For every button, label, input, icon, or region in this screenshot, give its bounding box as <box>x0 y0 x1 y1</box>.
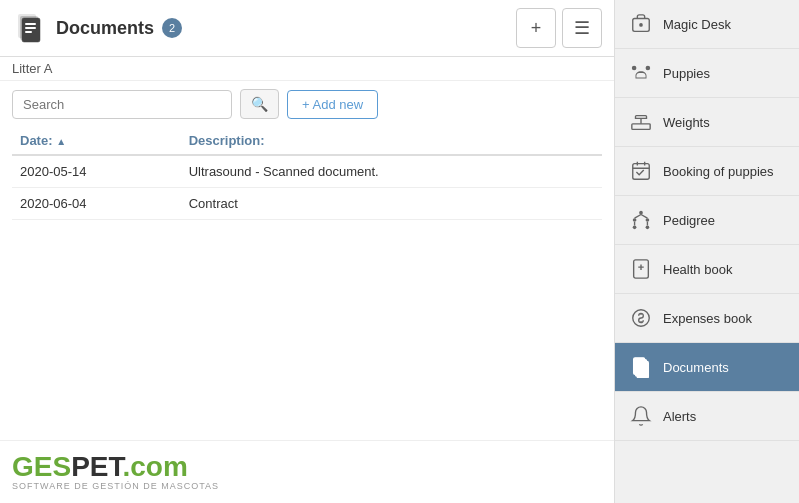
cell-desc: Contract <box>181 188 602 220</box>
sidebar-item-alerts[interactable]: Alerts <box>615 392 799 441</box>
sidebar-item-label-weights: Weights <box>663 115 710 130</box>
magic-desk-icon <box>629 12 653 36</box>
col-description: Description: <box>181 127 602 155</box>
add-new-button[interactable]: + Add new <box>287 90 378 119</box>
svg-rect-5 <box>25 31 32 33</box>
svg-point-10 <box>639 211 643 215</box>
documents-header-icon <box>12 10 48 46</box>
sidebar-item-pedigree[interactable]: Pedigree <box>615 196 799 245</box>
svg-line-15 <box>635 215 641 219</box>
sidebar-item-label-pedigree: Pedigree <box>663 213 715 228</box>
logo-part2: PET <box>71 451 122 482</box>
document-count-badge: 2 <box>162 18 182 38</box>
svg-point-7 <box>639 23 643 27</box>
add-button[interactable]: + <box>516 8 556 48</box>
sidebar-item-expenses-book[interactable]: Expenses book <box>615 294 799 343</box>
health-book-icon <box>629 257 653 281</box>
search-input[interactable] <box>12 90 232 119</box>
search-button[interactable]: 🔍 <box>240 89 279 119</box>
svg-line-16 <box>641 215 647 219</box>
sidebar-item-weights[interactable]: Weights <box>615 98 799 147</box>
logo-area: GESPET.com SOFTWARE DE GESTIÓN DE MASCOT… <box>0 440 614 503</box>
cell-desc: Ultrasound - Scanned document. <box>181 155 602 188</box>
logo-part3: .com <box>123 451 188 482</box>
cell-date: 2020-06-04 <box>12 188 181 220</box>
table-row: 2020-05-14 Ultrasound - Scanned document… <box>12 155 602 188</box>
svg-point-13 <box>633 226 637 230</box>
svg-point-11 <box>633 218 637 222</box>
documents-icon <box>629 355 653 379</box>
sort-arrow-icon: ▲ <box>56 136 66 147</box>
table-row: 2020-06-04 Contract <box>12 188 602 220</box>
sidebar-item-label-booking-of-puppies: Booking of puppies <box>663 164 774 179</box>
breadcrumb: Litter A <box>0 57 614 81</box>
booking-icon <box>629 159 653 183</box>
svg-rect-9 <box>633 164 650 180</box>
svg-point-12 <box>646 218 650 222</box>
documents-table: Date: ▲ Description: 2020-05-14 Ultrasou… <box>12 127 602 220</box>
table-area: Date: ▲ Description: 2020-05-14 Ultrasou… <box>0 127 614 440</box>
alerts-icon <box>629 404 653 428</box>
svg-rect-23 <box>637 362 648 379</box>
svg-rect-4 <box>25 27 36 29</box>
svg-rect-2 <box>22 18 40 42</box>
svg-point-14 <box>646 226 650 230</box>
sidebar-item-documents[interactable]: Documents <box>615 343 799 392</box>
sidebar-item-label-expenses-book: Expenses book <box>663 311 752 326</box>
sidebar-item-puppies[interactable]: Puppies <box>615 49 799 98</box>
logo-sub: SOFTWARE DE GESTIÓN DE MASCOTAS <box>12 481 602 491</box>
header: Documents 2 + ☰ <box>0 0 614 57</box>
sidebar-item-magic-desk[interactable]: Magic Desk <box>615 0 799 49</box>
header-left: Documents 2 <box>12 10 182 46</box>
main-content: Documents 2 + ☰ Litter A 🔍 + Add new Dat… <box>0 0 614 503</box>
sidebar-item-label-puppies: Puppies <box>663 66 710 81</box>
puppies-icon <box>629 61 653 85</box>
sidebar-item-booking-of-puppies[interactable]: Booking of puppies <box>615 147 799 196</box>
logo-part1: GES <box>12 451 71 482</box>
svg-rect-3 <box>25 23 36 25</box>
header-buttons: + ☰ <box>516 8 602 48</box>
search-icon: 🔍 <box>251 96 268 112</box>
menu-button[interactable]: ☰ <box>562 8 602 48</box>
col-date[interactable]: Date: ▲ <box>12 127 181 155</box>
sidebar: Magic DeskPuppiesWeightsBooking of puppi… <box>614 0 799 503</box>
sidebar-item-label-alerts: Alerts <box>663 409 696 424</box>
sidebar-item-label-magic-desk: Magic Desk <box>663 17 731 32</box>
sidebar-item-label-health-book: Health book <box>663 262 732 277</box>
toolbar: 🔍 + Add new <box>0 81 614 127</box>
sidebar-item-label-documents: Documents <box>663 360 729 375</box>
page-title: Documents <box>56 18 154 39</box>
logo: GESPET.com <box>12 453 602 481</box>
cell-date: 2020-05-14 <box>12 155 181 188</box>
weights-icon <box>629 110 653 134</box>
expenses-icon <box>629 306 653 330</box>
pedigree-icon <box>629 208 653 232</box>
svg-rect-8 <box>632 124 650 129</box>
sidebar-item-health-book[interactable]: Health book <box>615 245 799 294</box>
